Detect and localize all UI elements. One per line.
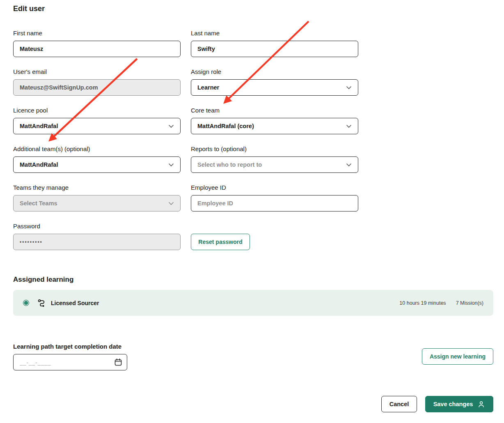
licence-pool-select[interactable]: MattAndRafal: [13, 118, 181, 134]
learning-item-duration: 10 hours 19 minutes: [399, 300, 446, 306]
form-footer: Cancel Save changes: [13, 396, 493, 412]
assigned-learning-heading: Assigned learning: [13, 275, 493, 284]
assigned-learning-row[interactable]: Licensed Sourcer 10 hours 19 minutes 7 M…: [13, 290, 493, 316]
reports-to-select[interactable]: Select who to report to: [191, 156, 358, 173]
page-title: Edit user: [13, 4, 493, 13]
chevron-down-icon: [168, 163, 174, 167]
save-changes-label: Save changes: [433, 401, 473, 407]
email-input: [13, 79, 181, 96]
additional-teams-label: Additional team(s) (optional): [13, 146, 181, 152]
cancel-button[interactable]: Cancel: [381, 396, 417, 412]
password-label: Password: [13, 223, 181, 230]
licence-pool-field: Licence pool MattAndRafal: [13, 107, 181, 134]
chevron-down-icon: [346, 124, 352, 128]
password-input: [13, 234, 181, 250]
reports-to-select-placeholder: Select who to report to: [197, 161, 262, 168]
reset-password-button[interactable]: Reset password: [191, 234, 250, 250]
additional-teams-field: Additional team(s) (optional) MattAndRaf…: [13, 146, 181, 173]
reports-to-field: Reports to (optional) Select who to repo…: [191, 146, 358, 173]
role-label: Assign role: [191, 69, 358, 75]
target-date-label: Learning path target completion date: [13, 343, 127, 350]
core-team-label: Core team: [191, 107, 358, 114]
save-changes-button[interactable]: Save changes: [425, 396, 493, 412]
teams-manage-select-placeholder: Select Teams: [20, 200, 57, 207]
learning-item-title: Licensed Sourcer: [51, 300, 99, 306]
email-label: User's email: [13, 69, 181, 75]
assign-new-learning-button[interactable]: Assign new learning: [422, 348, 493, 365]
calendar-icon[interactable]: [114, 358, 122, 366]
last-name-field: Last name: [191, 30, 358, 57]
last-name-label: Last name: [191, 30, 358, 37]
licence-pool-select-value: MattAndRafal: [20, 123, 58, 129]
chevron-down-icon: [168, 202, 174, 205]
core-team-select-value: MattAndRafal (core): [197, 123, 254, 129]
role-field: Assign role Learner: [191, 69, 358, 96]
role-select[interactable]: Learner: [191, 79, 358, 96]
core-team-field: Core team MattAndRafal (core): [191, 107, 358, 134]
edit-user-form: First name Last name User's email Assign…: [13, 30, 358, 250]
target-date-input[interactable]: [13, 354, 127, 370]
learning-path-route-icon: [38, 299, 47, 307]
last-name-input[interactable]: [191, 41, 358, 57]
reports-to-label: Reports to (optional): [191, 146, 358, 152]
employee-id-input[interactable]: [191, 195, 358, 212]
chevron-down-icon: [168, 124, 174, 128]
first-name-field: First name: [13, 30, 181, 57]
target-date-wrap: [13, 354, 127, 370]
learning-item-missions: 7 Mission(s): [456, 300, 483, 306]
first-name-label: First name: [13, 30, 181, 37]
learning-path-date-row: Learning path target completion date Ass…: [13, 343, 493, 370]
role-select-value: Learner: [197, 84, 219, 91]
reset-password-cell: Reset password: [191, 223, 358, 250]
core-team-select[interactable]: MattAndRafal (core): [191, 118, 358, 134]
first-name-input[interactable]: [13, 41, 181, 57]
email-field: User's email: [13, 69, 181, 96]
edit-user-page: Edit user First name Last name User's em…: [0, 0, 504, 412]
additional-teams-select-value: MattAndRafal: [20, 161, 58, 168]
additional-teams-select[interactable]: MattAndRafal: [13, 156, 181, 173]
employee-id-field: Employee ID: [191, 184, 358, 212]
chevron-down-icon: [346, 86, 352, 90]
employee-id-label: Employee ID: [191, 184, 358, 191]
teams-manage-label: Teams they manage: [13, 184, 181, 191]
user-icon: [477, 400, 485, 408]
licence-pool-label: Licence pool: [13, 107, 181, 114]
chevron-down-icon: [346, 163, 352, 167]
teams-manage-select: Select Teams: [13, 195, 181, 212]
learning-status-radio-icon[interactable]: [23, 300, 29, 306]
target-date-field: Learning path target completion date: [13, 343, 127, 370]
password-field: Password: [13, 223, 181, 250]
teams-manage-field: Teams they manage Select Teams: [13, 184, 181, 212]
